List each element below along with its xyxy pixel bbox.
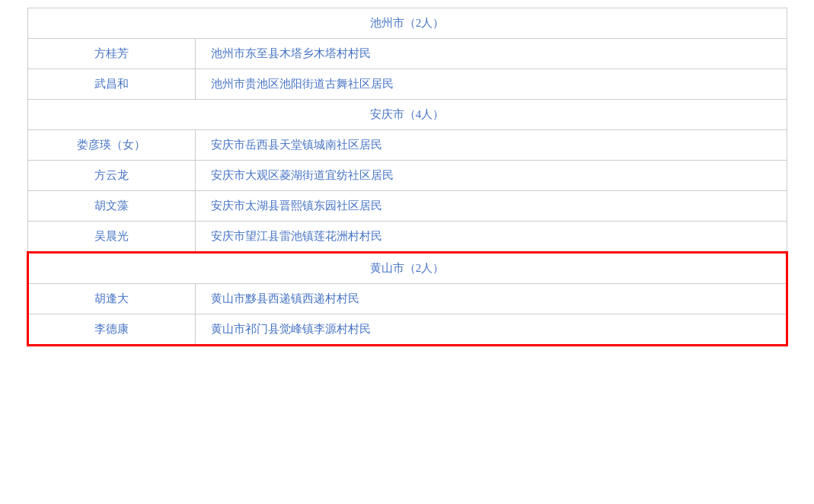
city-header-cell: 安庆市（4人） (27, 100, 787, 130)
city-header-cell: 池州市（2人） (27, 8, 787, 39)
data-table: 池州市（2人）方桂芳池州市东至县木塔乡木塔村村民武昌和池州市贵池区池阳街道古舞社… (27, 8, 788, 346)
city-header-cell: 黄山市（2人） (27, 253, 787, 284)
table-row: 武昌和池州市贵池区池阳街道古舞社区居民 (27, 69, 787, 100)
person-name-cell: 方桂芳 (27, 39, 195, 69)
person-desc-cell: 安庆市大观区菱湖街道宜纺社区居民 (195, 161, 787, 191)
person-desc-cell: 池州市贵池区池阳街道古舞社区居民 (195, 69, 787, 100)
person-name-cell: 胡逢大 (27, 284, 195, 314)
person-desc-cell: 安庆市望江县雷池镇莲花洲村村民 (195, 222, 787, 253)
person-name-cell: 娄彦瑛（女） (27, 130, 195, 161)
table-row: 娄彦瑛（女）安庆市岳西县天堂镇城南社区居民 (27, 130, 787, 161)
main-container: 池州市（2人）方桂芳池州市东至县木塔乡木塔村村民武昌和池州市贵池区池阳街道古舞社… (27, 8, 788, 346)
city-header-row: 池州市（2人） (27, 8, 787, 39)
person-name-cell: 李德康 (27, 314, 195, 346)
city-header-row: 安庆市（4人） (27, 100, 787, 130)
table-row: 胡逢大黄山市黟县西递镇西递村村民 (27, 284, 787, 314)
person-desc-cell: 黄山市黟县西递镇西递村村民 (195, 284, 787, 314)
person-name-cell: 吴晨光 (27, 222, 195, 253)
person-desc-cell: 黄山市祁门县觉峰镇李源村村民 (195, 314, 787, 346)
person-name-cell: 武昌和 (27, 69, 195, 100)
person-name-cell: 胡文藻 (27, 191, 195, 222)
table-row: 方桂芳池州市东至县木塔乡木塔村村民 (27, 39, 787, 69)
person-desc-cell: 池州市东至县木塔乡木塔村村民 (195, 39, 787, 69)
table-row: 方云龙安庆市大观区菱湖街道宜纺社区居民 (27, 161, 787, 191)
table-row: 胡文藻安庆市太湖县晋熙镇东园社区居民 (27, 191, 787, 222)
table-row: 吴晨光安庆市望江县雷池镇莲花洲村村民 (27, 222, 787, 253)
person-desc-cell: 安庆市岳西县天堂镇城南社区居民 (195, 130, 787, 161)
city-header-row: 黄山市（2人） (27, 253, 787, 284)
table-row: 李德康黄山市祁门县觉峰镇李源村村民 (27, 314, 787, 346)
person-desc-cell: 安庆市太湖县晋熙镇东园社区居民 (195, 191, 787, 222)
person-name-cell: 方云龙 (27, 161, 195, 191)
